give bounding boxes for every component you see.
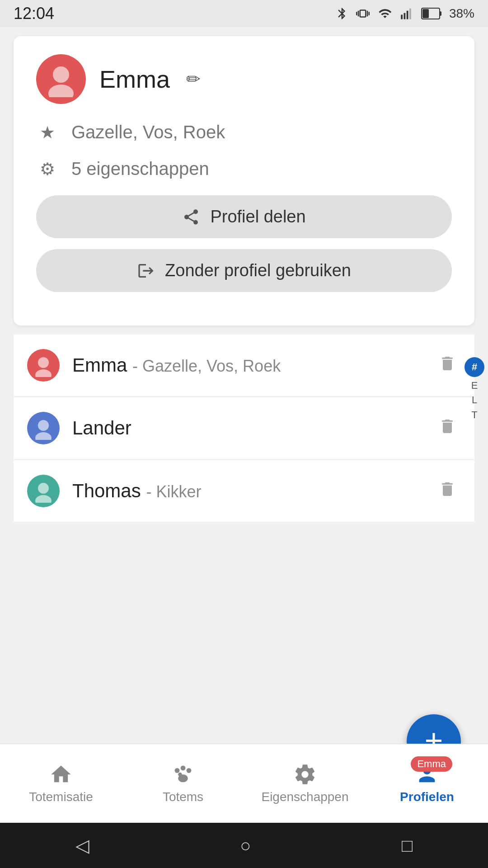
alpha-t[interactable]: T (471, 409, 477, 421)
svg-rect-2 (407, 11, 408, 19)
profile-badge: Emma (411, 756, 452, 772)
status-bar: 12:04 38% (0, 0, 488, 27)
no-profile-label: Zonder profiel gebruiken (165, 261, 351, 280)
svg-rect-1 (404, 13, 405, 19)
thomas-sub: - Kikker (146, 482, 201, 501)
profile-list-item[interactable]: Emma - Gazelle, Vos, Roek (14, 335, 474, 396)
recents-button[interactable]: □ (402, 835, 413, 856)
vibrate-icon (356, 7, 370, 20)
battery-percent: 38% (449, 6, 474, 21)
nav-totemisatie[interactable]: Totemisatie (0, 763, 122, 804)
avatar-lander-small (27, 412, 60, 444)
svg-point-10 (35, 369, 52, 377)
svg-point-15 (175, 768, 180, 773)
profile-list-item[interactable]: Lander (14, 397, 474, 459)
alpha-hash[interactable]: # (465, 357, 484, 377)
delete-lander-button[interactable] (434, 413, 461, 444)
svg-point-17 (187, 768, 192, 773)
android-nav: ◁ ○ □ (0, 823, 488, 868)
bottom-nav: Totemisatie Totems Eigenschappen Emma Pr… (0, 744, 488, 823)
star-icon: ★ (36, 123, 59, 142)
svg-point-14 (35, 495, 52, 503)
share-button[interactable]: Profiel delen (36, 195, 452, 238)
nav-profielen[interactable]: Emma Profielen (366, 763, 488, 804)
bluetooth-icon (335, 7, 349, 20)
totems-row: ★ Gazelle, Vos, Roek (36, 122, 452, 142)
emma-sub: - Gazelle, Vos, Roek (132, 357, 281, 375)
nav-eigenschappen-label: Eigenschappen (261, 790, 348, 804)
status-icons: 38% (335, 6, 474, 21)
settings-icon: ⚙ (36, 159, 59, 179)
svg-rect-6 (422, 9, 429, 18)
lander-name: Lander (72, 417, 434, 439)
svg-point-11 (38, 420, 49, 431)
battery-icon (421, 8, 442, 19)
eigenschappen-row: ⚙ 5 eigenschappen (36, 159, 452, 179)
svg-point-8 (48, 85, 74, 97)
alpha-e[interactable]: E (471, 380, 478, 392)
edit-icon[interactable]: ✏ (186, 69, 201, 89)
profile-name: Emma (99, 65, 170, 93)
no-profile-button[interactable]: Zonder profiel gebruiken (36, 249, 452, 292)
svg-point-12 (35, 432, 52, 440)
svg-rect-5 (440, 11, 441, 16)
nav-eigenschappen[interactable]: Eigenschappen (244, 763, 366, 804)
nav-totemisatie-label: Totemisatie (29, 790, 93, 804)
nav-profielen-label: Profielen (400, 790, 454, 804)
svg-point-13 (38, 483, 49, 494)
avatar-thomas-small (27, 475, 60, 507)
profile-list: Emma - Gazelle, Vos, Roek Lander (0, 335, 488, 522)
profile-header: Emma ✏ (36, 54, 452, 104)
gear-icon (293, 763, 317, 786)
nav-totems[interactable]: Totems (122, 763, 244, 804)
signal-icon (400, 7, 414, 20)
nav-profielen-icon-wrap: Emma (415, 763, 439, 786)
home-button[interactable]: ○ (240, 835, 251, 856)
totems-text: Gazelle, Vos, Roek (71, 122, 225, 142)
avatar-emma-large (36, 54, 86, 104)
svg-point-19 (178, 774, 188, 782)
profile-card: Emma ✏ ★ Gazelle, Vos, Roek ⚙ 5 eigensch… (14, 36, 474, 326)
status-time: 12:04 (14, 4, 54, 23)
svg-point-16 (181, 766, 186, 771)
alphabet-index[interactable]: # E L T (465, 357, 484, 421)
avatar-emma-small (27, 349, 60, 382)
share-label: Profiel delen (210, 207, 305, 226)
thomas-name: Thomas - Kikker (72, 480, 434, 502)
eigenschappen-text: 5 eigenschappen (71, 159, 209, 179)
wifi-icon (377, 7, 393, 20)
paw-icon (171, 763, 195, 786)
alpha-l[interactable]: L (472, 394, 477, 406)
svg-point-9 (38, 357, 49, 368)
profile-list-item[interactable]: Thomas - Kikker (14, 460, 474, 522)
back-button[interactable]: ◁ (75, 835, 89, 856)
logout-icon (137, 262, 155, 280)
svg-rect-0 (401, 15, 403, 19)
home-icon (49, 763, 73, 786)
emma-name: Emma - Gazelle, Vos, Roek (72, 354, 434, 376)
delete-emma-button[interactable] (434, 350, 461, 381)
share-icon (182, 208, 200, 226)
svg-point-7 (53, 66, 69, 83)
delete-thomas-button[interactable] (434, 476, 461, 507)
svg-rect-3 (409, 9, 411, 19)
nav-totems-label: Totems (163, 790, 203, 804)
